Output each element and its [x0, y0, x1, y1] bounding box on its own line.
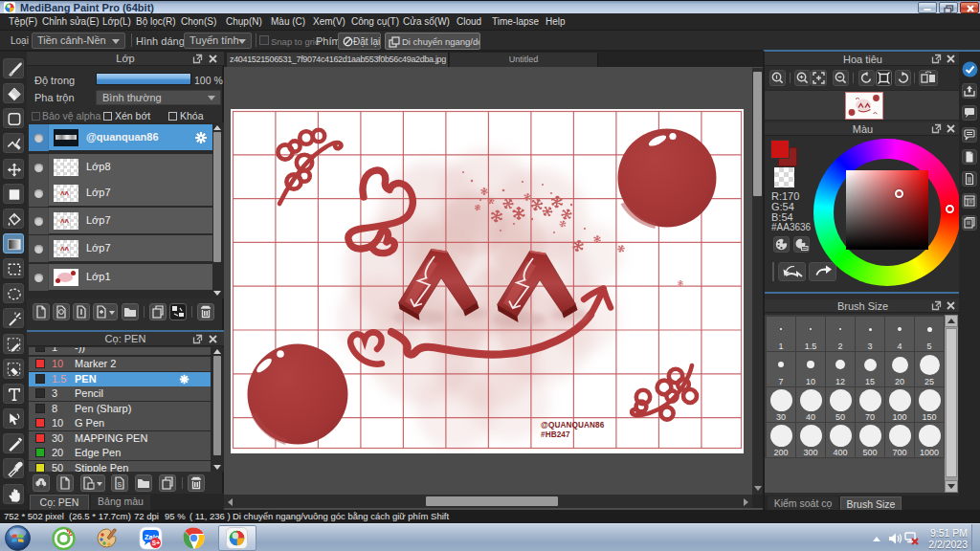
svg-text:S: S: [118, 481, 122, 488]
svg-text:S+: S+: [152, 540, 160, 546]
svg-text:#HB247: #HB247: [541, 430, 570, 439]
svg-text:@QUANQUAN86: @QUANQUAN86: [541, 421, 605, 430]
